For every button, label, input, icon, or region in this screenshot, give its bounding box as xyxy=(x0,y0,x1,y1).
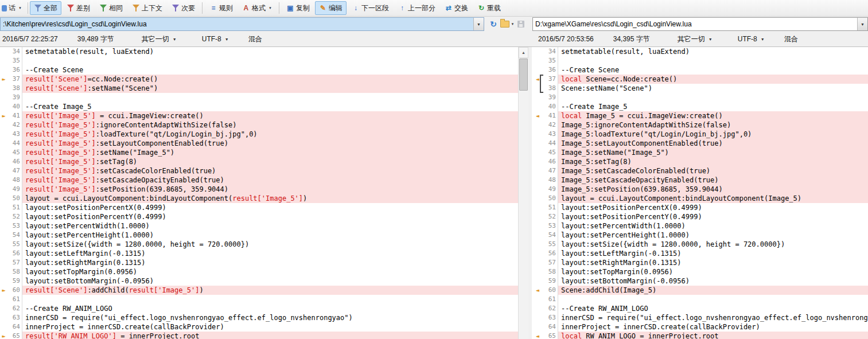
scrollbar-track[interactable] xyxy=(519,91,528,339)
toolbar-button-swap[interactable]: ⇄交换 xyxy=(441,1,472,15)
scroll-up-button[interactable]: ▲ xyxy=(519,47,528,58)
code-line-58[interactable]: 58layout:setTopMargin(0.0956) xyxy=(0,267,518,276)
code-line-38[interactable]: 38result['Scene']:setName("Scene") xyxy=(0,84,518,93)
code-line-44[interactable]: 44Image_5:setLayoutComponentEnabled(true… xyxy=(532,139,868,148)
code-line-34[interactable]: 34setmetatable(result, luaExtend) xyxy=(0,47,518,56)
code-line-50[interactable]: 50layout = ccui.LayoutComponent:bindLayo… xyxy=(0,194,518,203)
code-line-62[interactable]: 62--Create RW_ANIM_LOGO xyxy=(532,304,868,313)
toolbar-button-copy[interactable]: ▣复制 xyxy=(282,1,314,15)
text-segment: :setPosition(639.8685, 359.9044) xyxy=(96,185,228,193)
toolbar-button-next-section[interactable]: ↓下一区段 xyxy=(348,1,393,15)
vertical-scrollbar[interactable]: ▲ xyxy=(518,47,528,339)
toolbar-button-filter-all[interactable]: 全部 xyxy=(30,1,61,15)
toolbar-button-format[interactable]: A格式▼ xyxy=(238,1,276,15)
code-line-39[interactable]: 39 xyxy=(532,93,868,102)
code-line-60[interactable]: ►60result['Scene']:addChild(result['Imag… xyxy=(0,286,518,295)
code-line-35[interactable]: 35 xyxy=(0,56,518,65)
code-line-41[interactable]: ◄41local Image_5 = ccui.ImageView:create… xyxy=(532,111,868,120)
toolbar-button-previous-part[interactable]: ↑上一部分 xyxy=(394,1,439,15)
code-line-46[interactable]: 46Image_5:setTag(8) xyxy=(532,157,868,166)
session-menu-button[interactable]: 话 ▼ xyxy=(1,1,26,15)
left-path-input[interactable]: :\Kitchen\prev\res\csd\Login_csd\LoginVi… xyxy=(1,18,473,30)
code-line-38[interactable]: 38Scene:setName("Scene") xyxy=(532,84,868,93)
code-line-64[interactable]: 64innerProject = innerCSD.create(callBac… xyxy=(0,322,518,332)
code-line-52[interactable]: 52layout:setPositionPercentY(0.4999) xyxy=(532,212,868,221)
code-line-49[interactable]: 49result['Image_5']:setPosition(639.8685… xyxy=(0,185,518,194)
right-encoding-dropdown[interactable]: UTF-8▼ xyxy=(738,35,765,43)
left-path-dropdown-button[interactable]: ▼ xyxy=(473,18,484,30)
code-line-34[interactable]: 34setmetatable(result, luaExtend) xyxy=(532,47,868,56)
code-line-54[interactable]: 54layout:setPercentHeight(1.0000) xyxy=(532,231,868,240)
code-line-61[interactable]: 61 xyxy=(0,295,518,304)
code-line-62[interactable]: 62--Create RW_ANIM_LOGO xyxy=(0,304,518,313)
code-line-57[interactable]: 57layout:setRightMargin(0.1315) xyxy=(0,258,518,267)
code-line-60[interactable]: ◄60Scene:addChild(Image_5) xyxy=(532,286,868,295)
code-line-65[interactable]: ◄65local RW_ANIM_LOGO = innerProject.roo… xyxy=(532,332,868,339)
toolbar-button-filter-minor[interactable]: 次要 xyxy=(168,1,199,15)
right-path-dropdown-button[interactable]: ▼ xyxy=(857,18,867,30)
toolbar-button-rules[interactable]: ≡规则 xyxy=(205,1,237,15)
code-line-45[interactable]: 45Image_5:setName("Image_5") xyxy=(532,148,868,157)
right-path-input[interactable]: D:\xgame\XGame\res\csd\Login_csd\LoginVi… xyxy=(533,18,857,30)
toolbar-button-filter-differences[interactable]: 差别 xyxy=(63,1,94,15)
code-line-43[interactable]: 43Image_5:loadTexture("qt/Login/Login_bj… xyxy=(532,130,868,139)
code-line-63[interactable]: 63innerCSD = require("ui_effect.logo_nvs… xyxy=(0,313,518,322)
marker-gutter xyxy=(0,56,7,65)
code-line-40[interactable]: 40--Create Image_5 xyxy=(532,102,868,111)
code-line-36[interactable]: 36--Create Scene xyxy=(0,65,518,75)
code-line-44[interactable]: 44result['Image_5']:setLayoutComponentEn… xyxy=(0,139,518,148)
left-format-dropdown[interactable]: 其它一切▼ xyxy=(142,34,177,44)
code-line-59[interactable]: 59layout:setBottomMargin(-0.0956) xyxy=(532,276,868,286)
refresh-file-button[interactable]: ↻ xyxy=(486,18,500,30)
code-line-57[interactable]: 57layout:setRightMargin(0.1315) xyxy=(532,258,868,267)
code-line-55[interactable]: 55layout:setSize({width = 1280.0000, hei… xyxy=(0,240,518,249)
code-line-36[interactable]: 36--Create Scene xyxy=(532,65,868,75)
code-line-37[interactable]: ◄37local Scene=cc.Node:create() xyxy=(532,75,868,84)
left-path-combobox[interactable]: :\Kitchen\prev\res\csd\Login_csd\LoginVi… xyxy=(0,17,484,31)
code-line-55[interactable]: 55layout:setSize({width = 1280.0000, hei… xyxy=(532,240,868,249)
code-line-51[interactable]: 51layout:setPositionPercentX(0.4999) xyxy=(532,203,868,212)
toolbar-button-filter-context[interactable]: 上下文 xyxy=(128,1,166,15)
code-line-48[interactable]: 48Image_5:setCascadeOpacityEnabled(true) xyxy=(532,176,868,185)
toolbar-button-edit[interactable]: ✎编辑 xyxy=(315,1,347,15)
code-line-46[interactable]: 46result['Image_5']:setTag(8) xyxy=(0,157,518,166)
code-line-50[interactable]: 50layout = ccui.LayoutComponent:bindLayo… xyxy=(532,194,868,203)
left-code-pane[interactable]: 34setmetatable(result, luaExtend)3536--C… xyxy=(0,47,518,339)
code-line-65[interactable]: ►65result['RW_ANIM_LOGO'] = innerProject… xyxy=(0,332,518,339)
code-line-54[interactable]: 54layout:setPercentHeight(1.0000) xyxy=(0,231,518,240)
code-line-39[interactable]: 39 xyxy=(0,93,518,102)
code-line-47[interactable]: 47result['Image_5']:setCascadeColorEnabl… xyxy=(0,166,518,176)
code-line-63[interactable]: 63innerCSD = require("ui_effect.logo_nvs… xyxy=(532,313,868,322)
code-line-56[interactable]: 56layout:setLeftMargin(-0.1315) xyxy=(0,249,518,258)
code-line-59[interactable]: 59layout:setBottomMargin(-0.0956) xyxy=(0,276,518,286)
code-line-49[interactable]: 49Image_5:setPosition(639.8685, 359.9044… xyxy=(532,185,868,194)
save-file-button[interactable] xyxy=(514,18,528,30)
code-line-47[interactable]: 47Image_5:setCascadeColorEnabled(true) xyxy=(532,166,868,176)
code-line-35[interactable]: 35 xyxy=(532,56,868,65)
code-line-52[interactable]: 52layout:setPositionPercentY(0.4999) xyxy=(0,212,518,221)
code-line-53[interactable]: 53layout:setPercentWidth(1.0000) xyxy=(0,221,518,231)
code-line-41[interactable]: ►41result['Image_5'] = ccui.ImageView:cr… xyxy=(0,111,518,120)
toolbar-button-filter-same[interactable]: 相同 xyxy=(95,1,127,15)
marker-gutter xyxy=(532,65,543,75)
code-line-48[interactable]: 48result['Image_5']:setCascadeOpacityEna… xyxy=(0,176,518,185)
code-line-45[interactable]: 45result['Image_5']:setName("Image_5") xyxy=(0,148,518,157)
code-line-58[interactable]: 58layout:setTopMargin(0.0956) xyxy=(532,267,868,276)
code-line-56[interactable]: 56layout:setLeftMargin(-0.1315) xyxy=(532,249,868,258)
right-code-pane[interactable]: 34setmetatable(result, luaExtend)3536--C… xyxy=(532,47,868,339)
code-line-61[interactable]: 61 xyxy=(532,295,868,304)
code-line-42[interactable]: 42Image_5:ignoreContentAdaptWithSize(fal… xyxy=(532,120,868,130)
browse-folder-button[interactable]: ▼ xyxy=(500,18,514,30)
right-format-dropdown[interactable]: 其它一切▼ xyxy=(678,34,713,44)
code-line-37[interactable]: ►37result['Scene']=cc.Node:create() xyxy=(0,75,518,84)
code-line-51[interactable]: 51layout:setPositionPercentX(0.4999) xyxy=(0,203,518,212)
left-encoding-dropdown[interactable]: UTF-8▼ xyxy=(202,35,229,43)
code-line-43[interactable]: 43result['Image_5']:loadTexture("qt/Logi… xyxy=(0,130,518,139)
right-path-combobox[interactable]: D:\xgame\XGame\res\csd\Login_csd\LoginVi… xyxy=(532,17,868,31)
code-line-64[interactable]: 64innerProject = innerCSD.create(callBac… xyxy=(532,322,868,332)
code-line-42[interactable]: 42result['Image_5']:ignoreContentAdaptWi… xyxy=(0,120,518,130)
toolbar-button-reload[interactable]: ↻重载 xyxy=(473,1,505,15)
scrollbar-thumb[interactable] xyxy=(519,59,528,91)
code-line-40[interactable]: 40--Create Image_5 xyxy=(0,102,518,111)
code-line-53[interactable]: 53layout:setPercentWidth(1.0000) xyxy=(532,221,868,231)
